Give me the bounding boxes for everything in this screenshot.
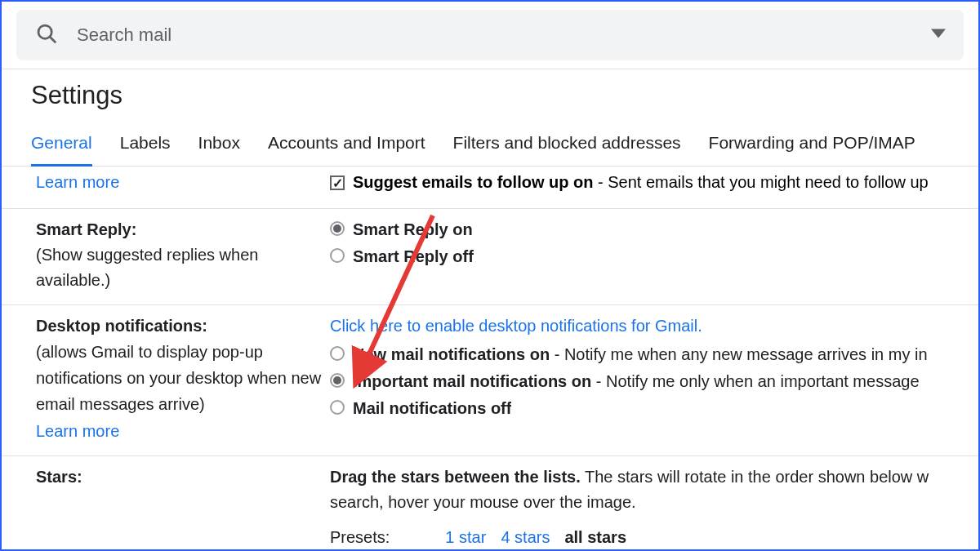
tab-forwarding-pop-imap[interactable]: Forwarding and POP/IMAP [709, 133, 915, 166]
suggest-followup-label: Suggest emails to follow up on - Sent em… [353, 170, 929, 195]
stars-intro-line2: search, hover your mouse over the image. [330, 490, 949, 515]
new-mail-notif-label: New mail notifications on - Notify me wh… [353, 342, 928, 367]
search-options-dropdown[interactable] [931, 26, 946, 44]
mail-notif-off-radio[interactable] [330, 400, 345, 415]
smart-reply-off-label: Smart Reply off [353, 244, 474, 269]
nudges-learn-more-link[interactable]: Learn more [36, 173, 119, 191]
tab-general[interactable]: General [31, 133, 92, 167]
enable-desktop-notif-link[interactable]: Click here to enable desktop notificatio… [330, 317, 702, 335]
tab-accounts-import[interactable]: Accounts and Import [268, 133, 425, 166]
smart-reply-sub: (Show suggested replies when available.) [36, 242, 330, 293]
desktop-notif-sub: (allows Gmail to display pop-up notifica… [36, 339, 330, 417]
section-smart-reply: Smart Reply: (Show suggested replies whe… [2, 209, 978, 305]
settings-tabs: General Labels Inbox Accounts and Import… [2, 122, 978, 167]
settings-sections: Learn more Suggest emails to follow up o… [2, 167, 978, 551]
smart-reply-title: Smart Reply: [36, 217, 330, 242]
smart-reply-on-radio[interactable] [330, 221, 345, 236]
important-mail-notif-label: Important mail notifications on - Notify… [353, 369, 920, 394]
search-placeholder: Search mail [77, 24, 172, 46]
preset-1-star[interactable]: 1 star [445, 525, 486, 550]
desktop-notif-learn-more-link[interactable]: Learn more [36, 419, 330, 444]
desktop-notif-title: Desktop notifications: [36, 317, 207, 335]
tab-filters-blocked[interactable]: Filters and blocked addresses [453, 133, 681, 166]
page-title: Settings [2, 69, 978, 122]
new-mail-notif-radio[interactable] [330, 346, 345, 361]
preset-all-stars[interactable]: all stars [564, 525, 626, 550]
suggest-followup-checkbox[interactable] [330, 176, 345, 190]
search-bar[interactable]: Search mail [16, 10, 964, 60]
section-stars: Stars: Drag the stars between the lists.… [2, 456, 978, 551]
svg-line-1 [50, 37, 56, 42]
mail-notif-off-label: Mail notifications off [353, 396, 511, 421]
important-mail-notif-radio[interactable] [330, 373, 345, 388]
smart-reply-on-label: Smart Reply on [353, 217, 473, 242]
section-desktop-notifications: Desktop notifications: (allows Gmail to … [2, 305, 978, 456]
stars-presets: Presets: 1 star 4 stars all stars [330, 525, 949, 550]
stars-intro: Drag the stars between the lists. The st… [330, 464, 949, 490]
stars-title: Stars: [36, 468, 82, 486]
search-icon [34, 21, 59, 49]
presets-label: Presets: [330, 525, 390, 550]
tab-inbox[interactable]: Inbox [198, 133, 240, 166]
svg-point-0 [38, 25, 51, 38]
preset-4-stars[interactable]: 4 stars [501, 525, 550, 550]
section-nudges: Learn more Suggest emails to follow up o… [2, 167, 978, 209]
tab-labels[interactable]: Labels [120, 133, 171, 166]
smart-reply-off-radio[interactable] [330, 248, 345, 263]
